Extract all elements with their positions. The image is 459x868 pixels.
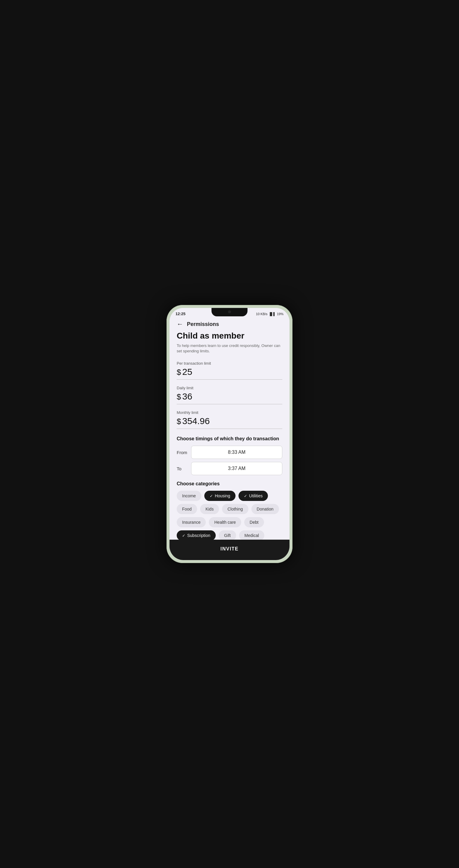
- back-button[interactable]: ←: [177, 321, 183, 328]
- monthly-limit-value[interactable]: $354.96: [177, 416, 282, 429]
- daily-limit-label: Daily limit: [177, 386, 282, 390]
- chip-label: Insurance: [182, 520, 200, 525]
- status-time: 12:25: [175, 312, 186, 316]
- chip-label: Kids: [205, 507, 214, 512]
- status-icons: 10 KB/s ▐▌▌ 19%: [256, 312, 284, 316]
- notch: [211, 308, 248, 316]
- check-icon: ✓: [244, 494, 247, 498]
- chip-label: Clothing: [227, 507, 243, 512]
- dollar-sign-3: $: [177, 417, 181, 426]
- category-chip-subscription[interactable]: ✓Subscription: [177, 530, 216, 540]
- daily-limit-section: Daily limit $36: [177, 386, 282, 404]
- chip-label: Debt: [250, 520, 259, 525]
- category-chip-income[interactable]: Income: [177, 491, 201, 501]
- dollar-sign-2: $: [177, 392, 181, 401]
- category-chip-gift[interactable]: Gift: [219, 530, 236, 540]
- category-chip-donation[interactable]: Donation: [252, 504, 279, 514]
- dollar-sign-1: $: [177, 368, 181, 377]
- from-label: From: [177, 450, 188, 455]
- monthly-limit-section: Monthly limit $354.96: [177, 410, 282, 429]
- per-transaction-label: Per transaction limit: [177, 361, 282, 366]
- chip-label: Subscription: [187, 533, 210, 538]
- from-time-input[interactable]: 8:33 AM: [191, 446, 282, 459]
- chip-label: Gift: [224, 533, 231, 538]
- category-chip-medical[interactable]: Medical: [239, 530, 264, 540]
- page-subtitle: To help members learn to use credit resp…: [177, 343, 282, 354]
- phone-screen: 12:25 10 KB/s ▐▌▌ 19% ← Permissions Chil…: [169, 308, 290, 560]
- content-area[interactable]: Child as member To help members learn to…: [169, 330, 290, 540]
- invite-button[interactable]: INVITE: [177, 545, 282, 553]
- per-transaction-value[interactable]: $25: [177, 367, 282, 380]
- chip-label: Housing: [215, 493, 230, 498]
- page-title: Child as member: [177, 331, 282, 341]
- network-speed: 10 KB/s: [256, 312, 268, 316]
- to-label: To: [177, 466, 188, 471]
- monthly-limit-amount: 354.96: [182, 416, 210, 426]
- chip-label: Utilities: [249, 493, 262, 498]
- categories-chips: Income✓Housing✓UtilitiesFoodKidsClothing…: [177, 491, 282, 540]
- camera: [228, 310, 231, 313]
- chip-label: Income: [182, 493, 196, 498]
- main-content: Child as member To help members learn to…: [169, 330, 290, 540]
- to-time-input[interactable]: 3:37 AM: [191, 462, 282, 475]
- from-time-row: From 8:33 AM: [177, 446, 282, 459]
- monthly-limit-label: Monthly limit: [177, 410, 282, 415]
- category-chip-food[interactable]: Food: [177, 504, 197, 514]
- check-icon: ✓: [210, 494, 213, 498]
- battery-level: 19%: [277, 312, 284, 316]
- per-transaction-amount: 25: [182, 367, 192, 377]
- timings-heading: Choose timings of which they do transact…: [177, 436, 282, 441]
- chip-label: Health care: [214, 520, 236, 525]
- bottom-bar: INVITE: [169, 540, 290, 560]
- page-header: ← Permissions: [169, 318, 290, 330]
- category-chip-housing[interactable]: ✓Housing: [204, 491, 235, 501]
- chip-label: Food: [182, 507, 192, 512]
- signal-icon: ▐▌▌: [269, 312, 276, 316]
- chip-label: Medical: [244, 533, 259, 538]
- daily-limit-amount: 36: [182, 392, 192, 401]
- category-chip-debt[interactable]: Debt: [244, 517, 264, 527]
- header-title: Permissions: [187, 321, 219, 328]
- phone-frame: 12:25 10 KB/s ▐▌▌ 19% ← Permissions Chil…: [166, 305, 293, 563]
- categories-heading: Choose categories: [177, 481, 282, 487]
- category-chip-kids[interactable]: Kids: [200, 504, 219, 514]
- category-chip-health-care[interactable]: Health care: [209, 517, 241, 527]
- check-icon: ✓: [182, 533, 186, 538]
- chip-label: Donation: [257, 507, 273, 512]
- to-time-row: To 3:37 AM: [177, 462, 282, 475]
- category-chip-utilities[interactable]: ✓Utilities: [238, 491, 268, 501]
- daily-limit-value[interactable]: $36: [177, 392, 282, 404]
- per-transaction-section: Per transaction limit $25: [177, 361, 282, 380]
- category-chip-insurance[interactable]: Insurance: [177, 517, 206, 527]
- category-chip-clothing[interactable]: Clothing: [222, 504, 248, 514]
